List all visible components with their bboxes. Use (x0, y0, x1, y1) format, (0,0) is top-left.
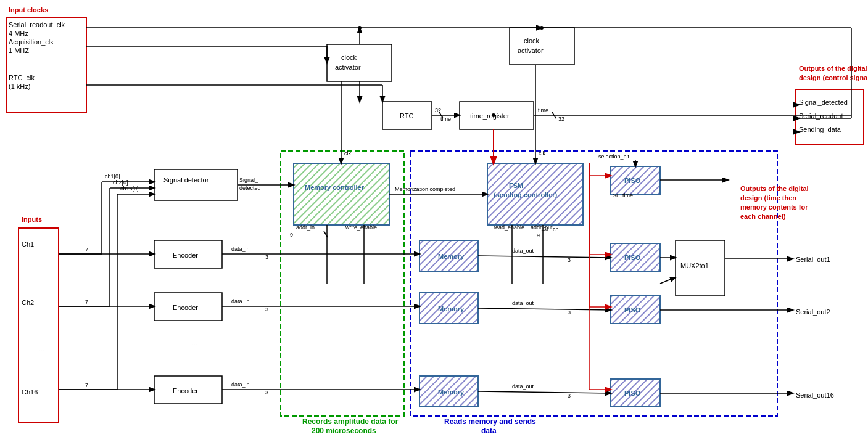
data-out1-label: data_out (512, 248, 534, 254)
outputs-ctrl-title1: Outputs of the digital (799, 65, 867, 72)
time-register-label: time_register (470, 112, 510, 120)
diagram-container: Input clocks Serial_readout_clk 4 MHz Ac… (0, 0, 868, 437)
memory2-label: Memory (438, 305, 465, 312)
junction-ca2 (540, 26, 544, 30)
green-annotation2: 200 microseconds (312, 427, 376, 435)
acquisition-clk-label: Acquisition_clk (9, 38, 54, 46)
clock-activator-1-label2: activator (335, 63, 361, 71)
clock-activator-1-box (327, 44, 392, 81)
data-in1-3-label: 3 (265, 254, 268, 260)
ch2-0-label: ch2[0] (113, 179, 128, 186)
dots2: ... (38, 345, 44, 353)
ch1-0-label: ch1[0] (105, 173, 120, 179)
outputs-data-title1: Outputs of the digital (740, 185, 809, 192)
read-enable-label: read_enable (494, 224, 524, 231)
time-out-label: time (538, 107, 548, 113)
fsm-label1: FSM (509, 182, 523, 189)
blue-annotation2: data (481, 427, 497, 435)
ch16-7-label: 7 (85, 382, 88, 388)
input-clocks-label: Input clocks (9, 6, 48, 14)
clock-activator-2-label2: activator (518, 47, 544, 54)
mem1-to-piso2 (478, 256, 611, 258)
mem-completed-label: Memorization completed (395, 186, 455, 192)
clk-label-mc: clk (344, 150, 351, 157)
serial-out2-label: Serial_out2 (796, 308, 830, 316)
mem2-to-piso3 (478, 308, 611, 310)
clock-activator-2-label1: clock (524, 37, 540, 44)
memory3-label: Memory (438, 388, 465, 396)
clk-label-fsm: clk (539, 150, 545, 157)
mux-label: MUX2to1 (680, 262, 709, 269)
clock-activator-2-box (510, 28, 574, 65)
detected-wire-label: detected (239, 185, 261, 191)
encoder1-label: Encoder (173, 251, 198, 259)
ch2-7-label: 7 (85, 299, 88, 305)
data-in2-3-label: 3 (265, 306, 268, 312)
encoder2-label: Encoder (173, 304, 198, 311)
rtc-32-label: 32 (435, 107, 441, 113)
signal-detector-label1: Signal detector (163, 176, 209, 184)
fsm-label2: (sending controller) (494, 191, 558, 198)
data-out2-label: data_out (512, 300, 534, 306)
ch16-label: Ch16 (22, 388, 38, 396)
data-out2-3-label: 3 (568, 309, 571, 316)
mem3-to-piso4 (478, 391, 611, 393)
encoder3-label: Encoder (173, 387, 198, 394)
freq-4mhz-label: 4 MHz (9, 30, 28, 37)
memory-controller-box (294, 163, 389, 225)
selection-bit-label: selection_bit (598, 153, 630, 160)
serial-out16-label: Serial_out16 (796, 391, 834, 399)
sl-ch-9-label: 9 (537, 232, 540, 239)
write-enable-label: write_enable (345, 224, 377, 231)
ch2-label: Ch2 (22, 299, 34, 306)
outputs-data-title2: design (time then (740, 194, 796, 202)
data-in1-label: data_in (231, 246, 250, 252)
data-in3-3-label: 3 (265, 390, 268, 396)
green-annotation1: Records amplitude data for (302, 417, 399, 426)
signal-detector-box (154, 169, 238, 200)
piso3-to-mux (660, 277, 676, 284)
signal-detected-wire-label: Signal_ (239, 177, 258, 183)
data-in3-label: data_in (231, 382, 250, 388)
piso2-label: PISO (624, 254, 641, 261)
inputs-label: Inputs (22, 216, 42, 223)
addr-in-label: addr_in (296, 224, 315, 231)
serial-readout-clk-label: Serial_readout_clk (9, 21, 65, 28)
piso1-label: PISO (624, 177, 641, 184)
rtc-label: RTC (400, 112, 413, 120)
clock-activator-1-label1: clock (341, 54, 357, 61)
data-out3-label: data_out (512, 383, 534, 390)
addr-in-9-label: 9 (290, 232, 293, 238)
ch16-0-label: ch16[0] (120, 186, 139, 192)
signal-detected-out-label: Signal_detected (799, 99, 848, 106)
sl-time-label: SL_time (613, 192, 633, 198)
memory1-label: Memory (438, 253, 465, 260)
ch1-label: Ch1 (22, 240, 34, 248)
freq-1khz-label: (1 kHz) (9, 83, 30, 90)
serial-out1-label: Serial_out1 (796, 256, 830, 263)
dots1: ... (191, 339, 197, 346)
time-32-label2: 32 (558, 116, 564, 122)
junction-800-187 (492, 113, 495, 117)
outputs-data-title3: memory contents for (740, 203, 808, 211)
outputs-data-title4: each channel) (740, 213, 786, 220)
piso4-label: PISO (624, 390, 641, 397)
piso3-label: PISO (624, 306, 641, 314)
sending-data-out-label: Sending_data (799, 126, 841, 133)
freq-1mhz-label: 1 MHZ (9, 47, 29, 54)
data-out1-3-label: 3 (568, 257, 571, 263)
outputs-ctrl-title2: design (control signals) (799, 74, 868, 81)
data-out3-3-label: 3 (568, 393, 571, 399)
rtc-clk-label: RTC_clk (9, 74, 35, 81)
blue-annotation1: Reads memory and sends (444, 417, 536, 426)
data-in2-label: data_in (231, 298, 250, 304)
memory-controller-label1: Memory controller (305, 184, 365, 191)
ch1-7-label: 7 (85, 247, 88, 253)
sl-ch-label: SL_ch (543, 226, 559, 232)
junction-583-45 (358, 26, 362, 30)
